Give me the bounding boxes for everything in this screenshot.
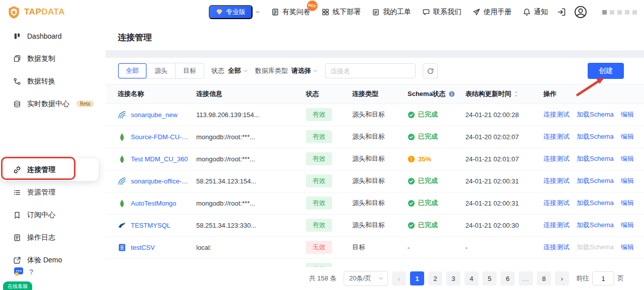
column-info[interactable]: 连接信息 (196, 84, 306, 104)
refresh-button[interactable] (423, 63, 438, 78)
row-actions: 连接测试加载Schema编辑 (543, 110, 638, 119)
status-badge: 有效 (306, 130, 332, 143)
contact-icon (422, 8, 430, 16)
action-test-link[interactable]: 连接测试 (543, 133, 570, 140)
column-name[interactable]: 连接名称 (106, 84, 196, 104)
row-actions: 连接测试加载Schema编辑 (543, 176, 638, 185)
beta-badge: Beta (76, 101, 94, 107)
connection-name-link[interactable]: Test MDM_CU_360 (131, 155, 188, 163)
column-schema[interactable]: Schema状态 (408, 84, 465, 104)
scope-tab-target[interactable]: 目标 (175, 63, 204, 78)
status-filter-label: 状态 (211, 66, 224, 75)
action-load-schema-link[interactable]: 加载Schema (577, 133, 614, 140)
action-load-schema-link[interactable]: 加载Schema (577, 199, 614, 207)
mongodb-icon (118, 155, 126, 163)
status-filter[interactable]: 状态 全部 (211, 66, 248, 75)
connection-info: 58.251.34.123:330... (196, 222, 256, 229)
sidebar-item-subscribe-center[interactable]: 订阅中心 (0, 204, 99, 226)
scope-tab-source[interactable]: 源头 (146, 63, 175, 78)
prev-page-button[interactable]: ‹ (392, 271, 406, 285)
sidebar-item-resource-manage[interactable]: 资源管理 (0, 181, 99, 204)
header-menu-ticket[interactable]: 我的工单 (372, 8, 411, 17)
schema-updated-time: 24-01-21 02:01:07 (465, 155, 519, 163)
sidebar-item-connection-manage[interactable]: 连接管理 (0, 158, 99, 181)
page-number-4[interactable]: 4 (464, 271, 478, 285)
connection-name-link[interactable]: Source-FDM-CU-360-37017 (131, 133, 190, 141)
action-test-link[interactable]: 连接测试 (543, 111, 570, 118)
header-menu-deploy[interactable]: 线下部署 (321, 8, 361, 17)
connection-name-link[interactable]: sonarqube-office-sonar2 (131, 177, 190, 185)
connection-info: mongodb://root:***... (196, 155, 255, 163)
action-load-schema-link[interactable]: 加载Schema (577, 111, 614, 118)
column-updated[interactable]: 表结构更新时间 (465, 84, 543, 104)
page-ellipsis[interactable]: ... (519, 271, 533, 285)
row-actions: 连接测试加载Schema编辑 (543, 221, 638, 230)
page-number-3[interactable]: 3 (446, 271, 460, 285)
chevron-down-icon[interactable] (255, 10, 260, 15)
column-status[interactable]: 状态 (306, 84, 352, 104)
connection-name-link[interactable]: AutoTestMongo (131, 200, 176, 207)
connection-name-search-input[interactable] (325, 63, 416, 78)
page-number-6[interactable]: 6 (501, 271, 515, 285)
connection-name-link[interactable]: sonarqube_new (131, 111, 178, 119)
connection-type: 源头和目标 (352, 199, 385, 207)
page-size-select[interactable]: 20条/页 (344, 271, 388, 286)
connection-name-link[interactable]: TESTMYSQL (131, 222, 171, 229)
next-page-button[interactable]: › (555, 271, 569, 285)
brand-logo[interactable]: TAPDATA (7, 6, 106, 19)
action-edit-link[interactable]: 编辑 (621, 177, 634, 184)
pro-version-button[interactable]: 专业版 (209, 5, 253, 19)
header-menu-notice[interactable]: 通知 (523, 8, 548, 17)
action-test-link[interactable]: 连接测试 (543, 177, 570, 184)
import-icon[interactable] (557, 8, 566, 17)
page-number-5[interactable]: 5 (482, 271, 497, 285)
schema-updated-time: - (465, 244, 467, 251)
menu-item-label: 我的工单 (383, 8, 411, 17)
info-icon (448, 90, 455, 98)
dot (632, 10, 637, 15)
page-number-2[interactable]: 2 (428, 271, 442, 285)
sidebar-item-realtime-center[interactable]: 实时数据中心Beta (0, 92, 99, 115)
action-edit-link[interactable]: 编辑 (621, 243, 634, 251)
goto-page-input[interactable] (592, 271, 614, 285)
action-test-link[interactable]: 连接测试 (543, 155, 570, 162)
action-edit-link[interactable]: 编辑 (621, 221, 634, 229)
connection-name-link[interactable]: testCSV (131, 244, 155, 251)
online-service-badge[interactable]: 在线客服 (3, 281, 32, 290)
schema-updated-time: 24-01-21 02:00:28 (465, 111, 519, 119)
sidebar-item-data-transform[interactable]: 数据转换 (0, 70, 99, 92)
action-edit-link[interactable]: 编辑 (621, 133, 634, 140)
menu-item-label: 线下部署 (333, 8, 361, 17)
avatar[interactable] (574, 6, 587, 19)
action-load-schema-link[interactable]: 加载Schema (577, 243, 614, 251)
header-menu-manual[interactable]: 使用手册 (472, 8, 512, 17)
connection-info: 113.98.206.139:154... (196, 111, 260, 119)
top-menu-items: 有奖问卷HOT线下部署我的工单联系我们使用手册通知 (271, 8, 548, 17)
sidebar-item-operation-log[interactable]: 操作日志 (0, 226, 99, 249)
dbtype-filter[interactable]: 数据库类型 请选择 (255, 66, 318, 75)
action-test-link[interactable]: 连接测试 (543, 243, 570, 251)
connection-type: 源头和目标 (352, 221, 385, 229)
column-actions[interactable]: 操作 (543, 84, 644, 104)
action-test-link[interactable]: 连接测试 (543, 199, 570, 207)
sidebar-item-dashboard[interactable]: Dashboard (0, 25, 99, 47)
scope-tab-all[interactable]: 全部 (118, 63, 146, 78)
sidebar-item-data-copy[interactable]: 数据复制 (0, 47, 99, 70)
action-load-schema-link[interactable]: 加载Schema (577, 177, 614, 184)
help-question-mark[interactable]: ? (29, 268, 34, 276)
action-edit-link[interactable]: 编辑 (621, 155, 634, 162)
header-menu-contact[interactable]: 联系我们 (422, 8, 461, 17)
page-number-8[interactable]: 8 (537, 271, 551, 285)
column-type[interactable]: 连接类型 (352, 84, 408, 104)
action-test-link[interactable]: 连接测试 (543, 221, 570, 229)
ticket-icon (372, 8, 380, 16)
action-load-schema-link[interactable]: 加载Schema (577, 155, 614, 162)
customer-service-icon[interactable] (13, 266, 25, 278)
header-menu-survey[interactable]: 有奖问卷HOT (271, 8, 310, 17)
create-button[interactable]: 创建 (588, 63, 624, 79)
page-number-1[interactable]: 1 (410, 271, 424, 285)
action-edit-link[interactable]: 编辑 (621, 111, 634, 118)
action-edit-link[interactable]: 编辑 (621, 199, 634, 207)
row-actions: 连接测试加载Schema编辑 (543, 243, 638, 252)
action-load-schema-link[interactable]: 加载Schema (577, 221, 614, 229)
